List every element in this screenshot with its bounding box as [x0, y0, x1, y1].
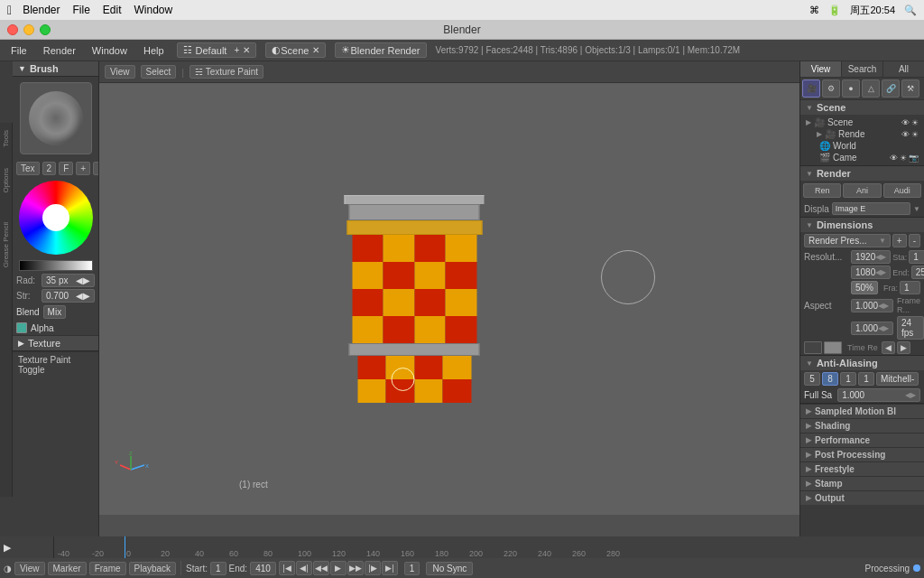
color-box-1[interactable] [804, 341, 822, 354]
viewport-select-menu[interactable]: Select [141, 65, 177, 79]
tab-all[interactable]: All [883, 61, 924, 77]
preset-remove-btn[interactable]: - [909, 234, 920, 247]
timeline-ruler[interactable]: -40 -20 0 20 40 60 80 100 120 140 160 18… [54, 536, 924, 558]
fra-value-r[interactable]: 1 [900, 281, 920, 294]
footer-marker-btn[interactable]: Marker [48, 562, 87, 575]
menu-window[interactable]: Window [85, 43, 134, 58]
close-button[interactable] [7, 24, 18, 35]
value-slider[interactable] [19, 260, 93, 271]
sampled-motion-header[interactable]: Sampled Motion Bl [800, 404, 924, 418]
tab-view[interactable]: View [800, 61, 842, 77]
footer-view-btn[interactable]: View [14, 562, 45, 575]
render-icon[interactable]: ☀ [911, 118, 919, 127]
render-anim-btn[interactable]: Ani [843, 183, 881, 198]
current-frame-input[interactable]: 1 [404, 562, 420, 575]
full-sa-value[interactable]: 1.000 ◀▶ [837, 388, 920, 402]
menu-help[interactable]: Help [136, 43, 171, 58]
tex-num[interactable]: 2 [42, 162, 57, 175]
icon-object-settings[interactable]: △ [862, 79, 880, 98]
step-fwd-btn[interactable]: |▶ [365, 561, 381, 575]
viewport-3d[interactable]: View Select | ☵ Texture Paint User Persp [99, 61, 799, 536]
output-header[interactable]: Output [800, 490, 924, 505]
jump-start-btn[interactable]: |◀ [279, 561, 295, 575]
playhead[interactable] [125, 536, 125, 558]
time-re-next[interactable]: ▶ [897, 341, 910, 354]
viewport-content[interactable]: X Y Z (1) rect [99, 83, 799, 515]
step-back-btn[interactable]: ◀| [296, 561, 312, 575]
viewport-mode-select[interactable]: ☵ Texture Paint [189, 65, 263, 79]
play-fwd-btn[interactable]: ▶ [330, 561, 346, 575]
aa-val-2[interactable]: 1 [840, 372, 856, 386]
maximize-button[interactable] [40, 24, 51, 35]
color-box-2[interactable] [824, 341, 842, 354]
aa-filter-select[interactable]: Mitchell- [876, 372, 919, 386]
scene-item-world[interactable]: 🌐 World [802, 140, 922, 152]
aa-val-0[interactable]: 5 [804, 372, 820, 386]
radius-value[interactable]: 35 px ◀▶ [42, 274, 95, 287]
render-section-header[interactable]: Render [800, 166, 924, 181]
sync-select[interactable]: No Sync [426, 562, 473, 575]
performance-header[interactable]: Performance [800, 433, 924, 447]
render-engine-selector[interactable]: ☀ Blender Render [335, 42, 426, 58]
end-frame-input[interactable]: 410 [250, 562, 276, 575]
icon-render-settings[interactable]: 🎥 [802, 79, 820, 98]
layout-close[interactable]: ✕ [243, 45, 250, 55]
scene-section-header[interactable]: Scene [800, 100, 924, 115]
res-percent[interactable]: 50% [851, 281, 878, 294]
tab-search[interactable]: Search [842, 61, 883, 77]
viewport-view-menu[interactable]: View [105, 65, 135, 79]
icon-constraint-settings[interactable]: 🔗 [882, 79, 900, 98]
scene-selector[interactable]: ◐ Scene ✕ [265, 42, 326, 58]
window-controls[interactable] [7, 24, 51, 35]
mac-menu-file[interactable]: File [73, 4, 90, 16]
color-wheel[interactable] [19, 181, 93, 255]
res-x-value[interactable]: 1920 ◀▶ [851, 250, 891, 264]
mac-menu-window[interactable]: Window [134, 4, 173, 16]
time-re-prev[interactable]: ◀ [882, 341, 895, 354]
footer-playback-btn[interactable]: Playback [129, 562, 177, 575]
res-y-value[interactable]: 1080 ◀▶ [851, 266, 891, 279]
icon-scene-settings[interactable]: ⚙ [822, 79, 840, 98]
aa-section-header[interactable]: Anti-Aliasing [800, 356, 924, 370]
render-image-btn[interactable]: Ren [803, 183, 841, 198]
fps-value[interactable]: 24 fps [897, 316, 924, 340]
play-back-btn[interactable]: ◀◀ [313, 561, 329, 575]
f-button[interactable]: F [59, 162, 73, 175]
stamp-header[interactable]: Stamp [800, 476, 924, 490]
icon-modifier-settings[interactable]: ⚒ [901, 79, 919, 98]
blend-select[interactable]: Mix [43, 305, 67, 319]
tex-remove[interactable]: ✕ [93, 162, 99, 175]
render-audio-btn[interactable]: Audi [883, 183, 921, 198]
alpha-checkbox[interactable] [16, 322, 27, 333]
eye-icon[interactable]: 👁 [901, 118, 910, 127]
layout-add[interactable]: + [234, 45, 239, 55]
minimize-button[interactable] [23, 24, 34, 35]
post-processing-header[interactable]: Post Processing [800, 447, 924, 461]
brush-preview[interactable] [20, 82, 92, 154]
scene-item-render[interactable]: ▶ 🎥 Rende 👁 ☀ [802, 128, 922, 140]
aspect-y-value[interactable]: 1.000 ◀▶ [851, 322, 893, 335]
dimensions-section-header[interactable]: Dimensions [800, 218, 924, 232]
shading-header[interactable]: Shading [800, 418, 924, 433]
footer-frame-btn[interactable]: Frame [89, 562, 126, 575]
menu-file[interactable]: File [4, 43, 34, 58]
aspect-x-value[interactable]: 1.000 ◀▶ [851, 299, 893, 312]
scene-close[interactable]: ✕ [312, 45, 319, 55]
brush-section-header[interactable]: Brush [13, 61, 98, 77]
tex-add[interactable]: + [76, 162, 90, 175]
menu-render[interactable]: Render [36, 43, 83, 58]
scene-item-root[interactable]: ▶ 🎥 Scene 👁 ☀ [802, 117, 922, 128]
layout-selector[interactable]: ☷ Default + ✕ [177, 42, 257, 58]
icon-world-settings[interactable]: ● [842, 79, 860, 98]
texture-paint-toggle[interactable]: Texture Paint Toggle [13, 351, 98, 378]
aa-val-1[interactable]: 8 [822, 372, 838, 386]
play-fwd2-btn[interactable]: ▶▶ [347, 561, 364, 575]
end-value-r[interactable]: 250 [911, 266, 924, 279]
freestyle-header[interactable]: Freestyle [800, 461, 924, 476]
display-select[interactable]: Image E [832, 202, 910, 215]
sta-value[interactable]: 1 [909, 250, 924, 264]
mac-menu-edit[interactable]: Edit [103, 4, 122, 16]
search-icon[interactable]: 🔍 [904, 5, 917, 16]
aa-val-3[interactable]: 1 [858, 372, 874, 386]
scene-item-camera[interactable]: 🎬 Came 👁 ☀ 📷 [802, 152, 922, 163]
